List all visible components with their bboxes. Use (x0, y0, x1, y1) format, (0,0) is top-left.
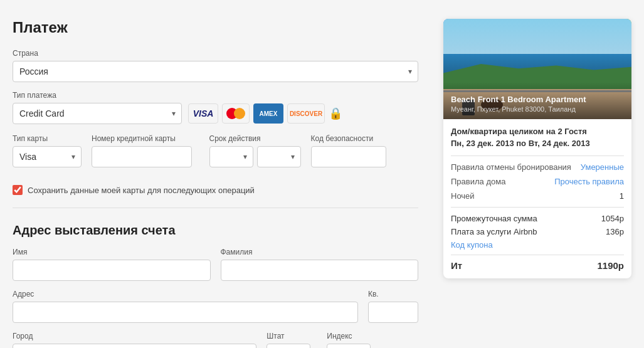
address-input[interactable] (13, 302, 358, 323)
payment-type-label: Тип платежа (13, 91, 418, 100)
first-name-input[interactable] (13, 260, 211, 281)
city-input[interactable] (13, 344, 256, 348)
country-select-wrapper: Россия (13, 61, 418, 82)
apt-input[interactable] (368, 302, 418, 323)
mastercard-icon (222, 103, 250, 124)
expiry-year-select[interactable]: 201320142015 201620172018 (257, 146, 301, 167)
zip-input[interactable] (327, 344, 371, 348)
security-label: Код безопасности (311, 134, 419, 143)
coupon-link[interactable]: Код купона (451, 240, 493, 250)
country-select[interactable]: Россия (13, 61, 418, 82)
cancellation-value[interactable]: Умеренные (581, 162, 624, 172)
property-location: Муеанг, Пхукет, Phuket 83000, Таиланд (451, 105, 624, 113)
service-value: 136р (606, 227, 624, 236)
total-value: 1190р (597, 260, 624, 271)
country-label: Страна (13, 49, 418, 58)
card-type-label: Тип карты (13, 134, 82, 143)
service-label: Плата за услуги Airbnb (451, 227, 537, 236)
save-card-checkbox[interactable] (13, 185, 23, 195)
zip-label: Индекс (327, 332, 377, 340)
address-label: Адрес (13, 290, 358, 298)
property-image: Beach Front 1 Bedroom Apartment Муеанг, … (443, 19, 631, 119)
nights-value: 1 (620, 191, 624, 201)
expiry-year-wrapper: 201320142015 201620172018 (257, 146, 301, 167)
property-dates: Пн, 23 дек. 2013 по Вт, 24 дек. 2013 (451, 139, 624, 148)
first-name-label: Имя (13, 248, 211, 256)
save-card-label: Сохранить данные моей карты для последую… (28, 186, 255, 195)
property-image-overlay: Beach Front 1 Bedroom Apartment Муеанг, … (443, 82, 631, 119)
house-rules-label: Правила дома (451, 177, 554, 186)
payment-type-select[interactable]: Credit Card (13, 103, 182, 124)
state-label: Штат (267, 332, 317, 340)
state-input[interactable] (267, 344, 310, 348)
expiry-label: Срок действия (209, 134, 301, 143)
card-number-input[interactable] (92, 146, 192, 167)
last-name-label: Фамилия (221, 248, 419, 256)
billing-title: Адрес выставления счета (13, 223, 418, 238)
security-code-input[interactable] (311, 146, 386, 167)
expiry-month-select[interactable]: 010203 040506 070809 101112 (209, 146, 253, 167)
amex-icon: AMEX (253, 103, 283, 124)
mc-circle-orange (234, 108, 245, 119)
subtotal-label: Промежуточная сумма (451, 214, 537, 223)
page-title: Платеж (13, 19, 418, 36)
divider-1 (451, 156, 624, 156)
city-label: Город (13, 332, 256, 340)
divider-2 (451, 207, 624, 208)
discover-icon: DISCOVER (287, 103, 325, 124)
last-name-input[interactable] (221, 260, 419, 281)
lock-icon: 🔒 (329, 107, 342, 120)
apt-label: Кв. (368, 290, 418, 298)
total-label: Ит (451, 260, 462, 271)
property-title: Beach Front 1 Bedroom Apartment (451, 95, 624, 104)
card-number-label: Номер кредитной карты (92, 134, 199, 143)
house-rules-value[interactable]: Прочесть правила (554, 177, 624, 186)
subtotal-value: 1054р (601, 214, 624, 223)
property-details: Дом/квартира целиком на 2 Гостя Пн, 23 д… (443, 119, 631, 278)
visa-icon: VISA (188, 103, 218, 124)
card-type-select[interactable]: Visa MasterCard Amex (13, 146, 82, 167)
card-icons-row: VISA AMEX DISCOVER 🔒 (188, 103, 342, 124)
property-type-guests: Дом/квартира целиком на 2 Гостя (451, 127, 624, 136)
property-card: Beach Front 1 Bedroom Apartment Муеанг, … (443, 19, 631, 278)
cancellation-label: Правила отмены бронирования (451, 162, 581, 172)
expiry-month-wrapper: 010203 040506 070809 101112 (209, 146, 253, 167)
card-type-select-wrapper: Visa MasterCard Amex (13, 146, 82, 167)
payment-type-select-wrapper: Credit Card (13, 103, 182, 124)
nights-label: Ночей (451, 191, 620, 201)
